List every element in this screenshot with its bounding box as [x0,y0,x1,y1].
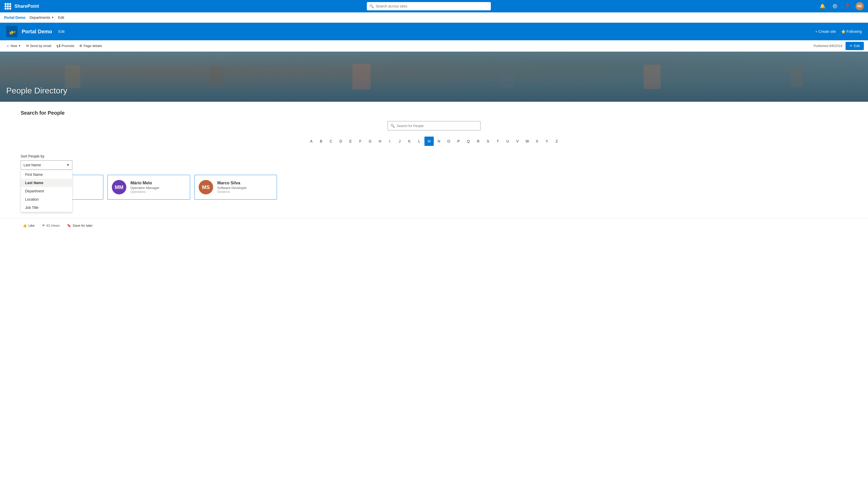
departments-chevron-icon: ▼ [51,16,54,19]
help-icon[interactable]: ❓ [843,2,851,10]
sort-option-first-name[interactable]: First Name [21,170,72,179]
save-label: Save for later [73,224,92,228]
sort-option-job-title[interactable]: Job Title [21,203,72,212]
search-bar[interactable]: 🔍 [367,2,491,10]
save-for-later-button[interactable]: 🔖 Save for later [65,222,94,229]
app-launcher-icon[interactable] [4,3,11,10]
toolbar-right: Published 8/8/2019 ✏ Edit [814,42,864,50]
site-edit-button[interactable]: Edit [59,30,65,34]
person-avatar: MS [199,180,213,195]
search-section-title: Search for People [21,110,847,116]
person-dept: Solutions [217,190,272,193]
top-nav-right: 🔔 ⚙️ ❓ ME [818,2,864,10]
sharepoint-logo: SharePoint [14,3,39,9]
suite-nav-edit-button[interactable]: Edit [58,15,64,20]
departments-label: Departments [30,15,50,20]
person-role: Operation Manager [131,186,186,190]
create-site-button[interactable]: + Create site [815,30,836,34]
sort-label: Sort People by [21,154,847,158]
main-content: Search for People 🔍 ABCDEFGHIJKLMNOPQRST… [0,102,868,208]
send-by-email-button[interactable]: ✉ Send by email [24,42,53,50]
search-icon: 🔍 [369,4,374,8]
alpha-btn-m[interactable]: M [424,137,434,146]
alpha-btn-n[interactable]: N [434,137,444,146]
alpha-btn-a[interactable]: A [307,137,316,146]
alpha-btn-r[interactable]: R [474,137,483,146]
bookmark-icon: 🔖 [67,224,71,228]
person-card[interactable]: MS Marco Silva Software Developer Soluti… [194,175,277,200]
page-details-label: Page details [83,44,102,48]
person-name: Marco Silva [217,181,272,185]
views-count-text: 43 Views [46,224,60,228]
alpha-btn-q[interactable]: Q [464,137,473,146]
alphabet-navigation: ABCDEFGHIJKLMNOPQRSTUVWXYZ [21,137,847,146]
people-grid: ? ...doro nt Consultant MM Mário Melo Op… [21,175,847,200]
alpha-btn-o[interactable]: O [444,137,453,146]
promote-icon: 📢 [56,44,61,48]
alpha-btn-u[interactable]: U [503,137,512,146]
alpha-btn-w[interactable]: W [523,137,532,146]
alpha-btn-l[interactable]: L [415,137,424,146]
person-name: Mário Melo [131,181,186,185]
alpha-btn-e[interactable]: E [346,137,355,146]
promote-button[interactable]: 📢 Promote [54,42,76,50]
following-button[interactable]: ⭐ Following [841,30,862,34]
person-info: Marco Silva Software Developer Solutions [217,181,272,193]
new-button[interactable]: ＋ New ▼ [4,42,23,50]
alpha-btn-c[interactable]: C [326,137,335,146]
sort-dropdown-menu: First Name Last Name Department Location… [21,170,72,212]
alpha-btn-i[interactable]: I [385,137,394,146]
people-search-bar[interactable]: 🔍 [388,121,480,130]
send-by-email-label: Send by email [30,44,51,48]
alpha-btn-d[interactable]: D [336,137,345,146]
alpha-btn-p[interactable]: P [454,137,463,146]
sort-section: Sort People by First Name Last Name Depa… [21,154,847,170]
person-dept: Operations [131,190,186,193]
alpha-btn-v[interactable]: V [513,137,522,146]
edit-icon: ✏ [850,44,852,48]
page-details-button[interactable]: ⚙ Page details [77,42,104,50]
like-label: Like [28,224,34,228]
sort-option-location[interactable]: Location [21,195,72,203]
sort-option-last-name[interactable]: Last Name [21,179,72,187]
alpha-btn-f[interactable]: F [356,137,365,146]
edit-button[interactable]: ✏ Edit [846,42,864,50]
site-header: 🚁 Portal Demo Edit + Create site ⭐ Follo… [0,23,868,40]
hero-title: People Directory [6,86,68,96]
promote-label: Promote [61,44,74,48]
user-avatar[interactable]: ME [856,2,864,10]
alpha-btn-x[interactable]: X [533,137,542,146]
search-input[interactable] [376,4,488,8]
settings-icon[interactable]: ⚙️ [831,2,839,10]
search-bar-container: 🔍 [42,2,815,10]
alpha-btn-j[interactable]: J [395,137,404,146]
alpha-btn-k[interactable]: K [405,137,414,146]
suite-navigation: Portal Demo Departments ▼ Edit [0,12,868,23]
alpha-btn-h[interactable]: H [375,137,385,146]
person-card[interactable]: MM Mário Melo Operation Manager Operatio… [107,175,190,200]
alpha-btn-y[interactable]: Y [542,137,551,146]
notification-icon[interactable]: 🔔 [818,2,827,10]
alpha-btn-s[interactable]: S [483,137,493,146]
new-label: New [11,44,17,48]
star-icon: ⭐ [841,30,846,34]
plus-icon: ＋ [6,44,10,48]
alpha-btn-z[interactable]: Z [552,137,561,146]
details-icon: ⚙ [79,44,82,48]
alpha-btn-g[interactable]: G [365,137,375,146]
departments-nav-item[interactable]: Departments ▼ [30,15,54,20]
site-header-right: + Create site ⭐ Following [815,30,862,34]
sort-option-department[interactable]: Department [21,187,72,195]
suite-nav-title[interactable]: Portal Demo [4,15,25,20]
site-logo: 🚁 [6,26,18,37]
sort-select-wrapper: First Name Last Name Department Location… [21,160,72,170]
people-search-input[interactable] [397,124,478,128]
hero-section: People Directory [0,52,868,102]
person-role: Software Developer [217,186,272,190]
alpha-btn-b[interactable]: B [317,137,326,146]
like-button[interactable]: 👍 Like [21,222,37,229]
sort-select[interactable]: First Name Last Name Department Location… [21,160,72,170]
like-icon: 👍 [23,224,27,228]
person-info: Mário Melo Operation Manager Operations [131,181,186,193]
alpha-btn-t[interactable]: T [493,137,503,146]
